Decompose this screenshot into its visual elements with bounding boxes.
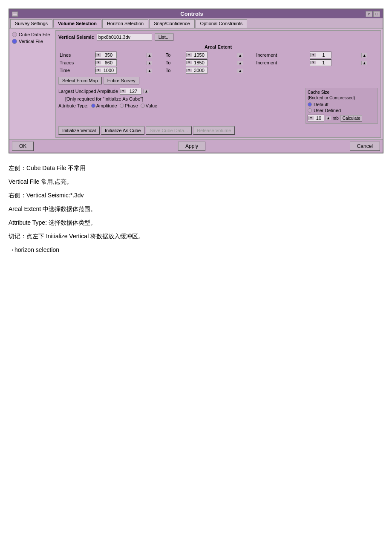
desc-line-4: Attribute Type: 选择数据体类型。 xyxy=(9,217,383,228)
time-label: Time xyxy=(60,68,70,73)
ok-button[interactable]: OK xyxy=(12,142,34,151)
vertical-file-label: Vertical File xyxy=(19,39,43,44)
initialize-vertical-button[interactable]: Initialize Vertical xyxy=(58,126,100,135)
vertical-file-option[interactable]: Vertical File xyxy=(12,39,53,44)
cache-spinbox[interactable]: ▼ xyxy=(308,115,324,121)
lines-to-down[interactable]: ▼ xyxy=(186,53,192,57)
value-option-label: Value xyxy=(146,103,157,108)
lines-from-input[interactable] xyxy=(101,52,116,58)
amplitude-input[interactable] xyxy=(126,88,141,94)
right-panel: Vertical Seismic List... Areal Extent Li… xyxy=(55,30,381,138)
two-column-section: Largest Unclipped Amplitude ▼ ▲ [Only re… xyxy=(58,88,378,124)
seismic-input[interactable] xyxy=(97,34,152,40)
cache-down[interactable]: ▼ xyxy=(308,116,314,120)
traces-increment-spinbox[interactable]: ▼ xyxy=(310,59,331,66)
time-to-spinbox[interactable]: ▼ xyxy=(186,67,208,74)
initialize-as-cube-button[interactable]: Initialize As Cube xyxy=(101,126,144,135)
lines-to-up[interactable]: ▲ xyxy=(237,53,243,58)
traces-inc-up[interactable]: ▲ xyxy=(361,61,367,65)
time-from-up[interactable]: ▲ xyxy=(147,69,153,73)
lines-from-down[interactable]: ▼ xyxy=(95,53,101,57)
lines-from-spinbox[interactable]: ▼ xyxy=(95,52,117,58)
system-menu-button[interactable]: — xyxy=(12,12,18,17)
amplitude-radio[interactable] xyxy=(91,104,95,108)
tab-bar: Survey Settings Volume Selection Horizon… xyxy=(9,18,383,29)
time-row: Time ▼ ▲ To ▼ xyxy=(58,66,378,74)
dialog-footer: OK Apply Cancel xyxy=(9,139,383,153)
lines-row: Lines ▼ ▲ To ▼ xyxy=(58,51,378,59)
amplitude-up[interactable]: ▲ xyxy=(143,90,149,93)
left-panel: Cube Data File Vertical File xyxy=(11,30,54,138)
cache-size-note: (Bricked or Compressed) xyxy=(308,95,376,100)
save-cube-data-button[interactable]: Save Cube Data... xyxy=(146,126,192,135)
traces-from-down[interactable]: ▼ xyxy=(95,61,101,64)
traces-from-spinbox[interactable]: ▼ xyxy=(95,59,117,66)
cache-up[interactable]: ▲ xyxy=(325,116,331,120)
amplitude-option-label: Amplitude xyxy=(96,103,117,108)
traces-to-up[interactable]: ▲ xyxy=(237,61,243,65)
cube-data-file-option[interactable]: Cube Data File xyxy=(12,32,53,37)
time-from-input[interactable] xyxy=(101,67,116,73)
dialog-content: Cube Data File Vertical File Vertical Se… xyxy=(9,29,383,139)
traces-to-down[interactable]: ▼ xyxy=(186,61,192,64)
desc-line-3: Areal Extent 中选择数据体范围。 xyxy=(9,203,383,215)
minimize-button[interactable]: r xyxy=(366,11,372,17)
lines-from-up[interactable]: ▲ xyxy=(147,53,153,58)
titlebar-left: — xyxy=(12,12,18,17)
release-volume-button[interactable]: Release Volume xyxy=(193,126,235,135)
user-defined-radio[interactable] xyxy=(308,108,312,113)
apply-button[interactable]: Apply xyxy=(178,142,205,151)
tab-horizon-selection[interactable]: Horizon Selection xyxy=(102,19,148,28)
increment-label-lines: Increment xyxy=(256,52,277,58)
default-radio-option[interactable]: Default xyxy=(308,102,376,107)
time-from-down[interactable]: ▼ xyxy=(95,69,101,72)
tab-snap-confidence[interactable]: Snap/Confidence xyxy=(149,19,194,28)
list-button[interactable]: List... xyxy=(155,33,173,41)
default-radio[interactable] xyxy=(308,102,312,107)
maximize-button[interactable]: □ xyxy=(373,11,380,17)
tab-survey-settings[interactable]: Survey Settings xyxy=(10,19,52,28)
time-to-down[interactable]: ▼ xyxy=(186,69,192,72)
time-to-up[interactable]: ▲ xyxy=(237,69,243,73)
increment-label-traces: Increment xyxy=(256,60,277,65)
map-buttons-row: Select From Map Entire Survey xyxy=(58,77,378,84)
tab-volume-selection[interactable]: Volume Selection xyxy=(53,19,101,28)
cube-data-file-radio[interactable] xyxy=(12,32,17,37)
traces-to-spinbox[interactable]: ▼ xyxy=(186,59,208,66)
traces-inc-down[interactable]: ▼ xyxy=(310,61,316,64)
vertical-file-radio[interactable] xyxy=(12,39,17,44)
phase-radio[interactable] xyxy=(120,104,124,108)
lines-inc-down[interactable]: ▼ xyxy=(310,53,316,57)
value-radio[interactable] xyxy=(141,104,145,108)
lines-increment-input[interactable] xyxy=(316,52,331,58)
tab-optional-constraints[interactable]: Optional Constraints xyxy=(196,19,248,28)
lines-to-input[interactable] xyxy=(192,52,207,58)
amplitude-down[interactable]: ▼ xyxy=(120,90,126,93)
default-label: Default xyxy=(314,102,329,107)
time-to-input[interactable] xyxy=(192,67,207,73)
traces-increment-input[interactable] xyxy=(316,60,331,66)
lines-inc-up[interactable]: ▲ xyxy=(361,53,367,58)
left-col: Largest Unclipped Amplitude ▼ ▲ [Only re… xyxy=(58,88,302,124)
time-from-spinbox[interactable]: ▼ xyxy=(95,67,117,74)
amplitude-radio-option[interactable]: Amplitude xyxy=(91,103,117,108)
cache-size-panel: Cache Size (Bricked or Compressed) Defau… xyxy=(306,88,378,124)
titlebar-controls: r □ xyxy=(366,11,380,17)
phase-radio-option[interactable]: Phase xyxy=(120,103,138,108)
traces-to-input[interactable] xyxy=(192,60,207,66)
user-defined-radio-option[interactable]: User Defined xyxy=(308,108,376,113)
traces-from-up[interactable]: ▲ xyxy=(147,61,153,65)
calculate-button[interactable]: Calculate xyxy=(340,115,363,121)
areal-extent-header: Areal Extent xyxy=(58,44,378,49)
cancel-button[interactable]: Cancel xyxy=(350,142,380,151)
calculate-row: ▼ ▲ mb Calculate xyxy=(308,115,376,121)
entire-survey-button[interactable]: Entire Survey xyxy=(104,77,139,84)
cache-input[interactable] xyxy=(314,115,324,121)
attribute-type-label: Attribute Type: xyxy=(58,103,89,108)
lines-increment-spinbox[interactable]: ▼ xyxy=(310,52,331,58)
amplitude-spinbox[interactable]: ▼ xyxy=(120,88,141,95)
lines-to-spinbox[interactable]: ▼ xyxy=(186,52,208,58)
traces-from-input[interactable] xyxy=(101,60,116,66)
value-radio-option[interactable]: Value xyxy=(141,103,157,108)
select-from-map-button[interactable]: Select From Map xyxy=(58,77,102,84)
